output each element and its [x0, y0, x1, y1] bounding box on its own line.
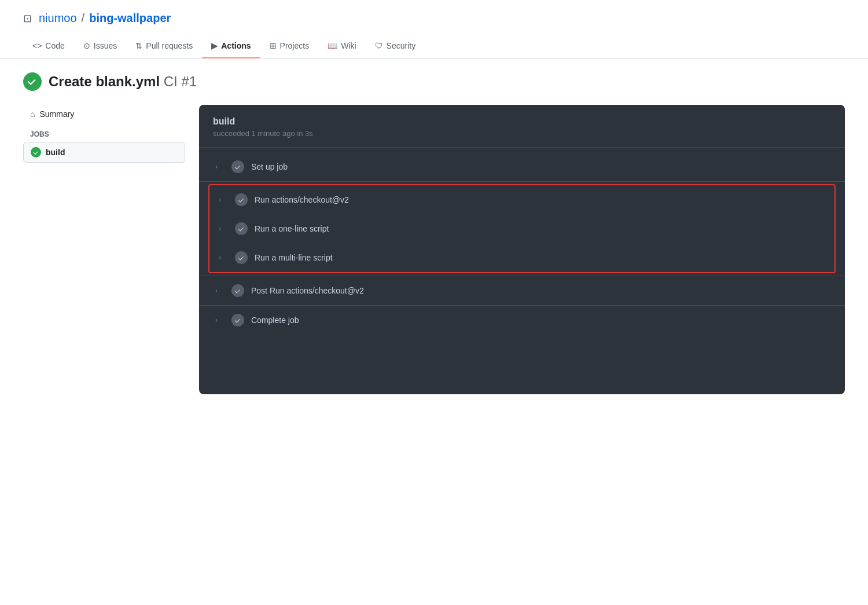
- tab-wiki-label: Wiki: [341, 41, 356, 50]
- repo-owner-link[interactable]: niumoo: [39, 12, 77, 25]
- step-post-checkout-label: Post Run actions/checkout@v2: [251, 286, 364, 295]
- sidebar-job-build-label: build: [46, 148, 65, 157]
- repo-header: ⊡ niumoo / bing-wallpaper: [0, 0, 868, 25]
- build-panel: build succeeded 1 minute ago in 3s › Set…: [199, 105, 845, 394]
- sidebar-summary-label: Summary: [39, 109, 74, 119]
- step-check-icon: [235, 222, 248, 235]
- step-check-icon: [231, 314, 244, 327]
- chevron-right-icon: ›: [215, 163, 225, 171]
- repo-name-link[interactable]: bing-wallpaper: [89, 12, 171, 25]
- actions-icon: ▶: [211, 41, 218, 50]
- nav-tabs: <> Code ⊙ Issues ⇅ Pull requests ▶ Actio…: [0, 34, 868, 58]
- chevron-right-icon: ›: [215, 316, 225, 324]
- wiki-icon: 📖: [328, 41, 337, 50]
- projects-icon: ⊞: [270, 41, 277, 50]
- tab-code[interactable]: <> Code: [23, 34, 74, 58]
- divider: [199, 181, 845, 182]
- tab-security[interactable]: 🛡 Security: [366, 34, 425, 58]
- step-complete-label: Complete job: [251, 316, 299, 325]
- chevron-right-icon: ›: [219, 196, 228, 204]
- tab-wiki[interactable]: 📖 Wiki: [318, 34, 365, 58]
- step-checkout-label: Run actions/checkout@v2: [255, 195, 349, 204]
- build-title: build: [213, 116, 831, 127]
- step-one-line-label: Run a one-line script: [255, 224, 329, 233]
- issues-icon: ⊙: [83, 41, 90, 50]
- step-one-line-script[interactable]: › Run a one-line script: [209, 214, 834, 243]
- tab-security-label: Security: [387, 41, 416, 50]
- step-check-icon: [231, 160, 244, 173]
- highlighted-steps-group: › Run actions/checkout@v2 › Run a one-li…: [208, 184, 836, 273]
- workflow-name: Create blank.yml: [49, 74, 160, 89]
- security-icon: 🛡: [375, 41, 383, 50]
- page-title-row: Create blank.yml CI #1: [23, 72, 845, 91]
- chevron-right-icon: ›: [219, 254, 228, 262]
- step-check-icon: [231, 284, 244, 297]
- tab-pull-requests[interactable]: ⇅ Pull requests: [126, 34, 202, 58]
- sidebar: ⌂ Summary Jobs build: [23, 105, 185, 163]
- step-check-icon: [235, 251, 248, 264]
- code-icon: <>: [32, 41, 42, 50]
- chevron-right-icon: ›: [215, 287, 225, 295]
- step-setup-label: Set up job: [251, 162, 288, 171]
- main-layout: ⌂ Summary Jobs build build succeeded 1 m…: [23, 105, 845, 394]
- tab-actions-label: Actions: [221, 41, 251, 50]
- step-multi-line-label: Run a multi-line script: [255, 253, 333, 262]
- job-steps: › Set up job › Run actions/checkout@v2: [199, 148, 845, 339]
- step-checkout[interactable]: › Run actions/checkout@v2: [209, 185, 834, 214]
- sidebar-job-build[interactable]: build: [23, 142, 185, 163]
- run-success-icon: [23, 72, 42, 91]
- step-setup-job[interactable]: › Set up job: [199, 152, 845, 181]
- tab-code-label: Code: [45, 41, 64, 50]
- step-check-icon: [235, 193, 248, 206]
- tab-issues-label: Issues: [94, 41, 117, 50]
- sidebar-jobs-label: Jobs: [23, 123, 185, 142]
- tab-projects[interactable]: ⊞ Projects: [260, 34, 319, 58]
- chevron-right-icon: ›: [219, 225, 228, 233]
- home-icon: ⌂: [30, 109, 35, 119]
- tab-pull-requests-label: Pull requests: [146, 41, 193, 50]
- build-subtitle: succeeded 1 minute ago in 3s: [213, 129, 831, 138]
- step-multi-line-script[interactable]: › Run a multi-line script: [209, 243, 834, 272]
- repo-icon: ⊡: [23, 12, 32, 25]
- page-content: Create blank.yml CI #1 ⌂ Summary Jobs bu…: [0, 58, 868, 408]
- ci-label: CI #1: [164, 74, 197, 89]
- repo-separator: /: [82, 12, 85, 25]
- tab-issues[interactable]: ⊙ Issues: [74, 34, 126, 58]
- page-title: Create blank.yml CI #1: [49, 74, 197, 90]
- pull-requests-icon: ⇅: [135, 41, 142, 50]
- build-panel-header: build succeeded 1 minute ago in 3s: [199, 105, 845, 148]
- tab-actions[interactable]: ▶ Actions: [202, 34, 260, 58]
- job-success-icon: [31, 147, 41, 157]
- step-post-checkout[interactable]: › Post Run actions/checkout@v2: [199, 276, 845, 305]
- tab-projects-label: Projects: [280, 41, 310, 50]
- step-complete-job[interactable]: › Complete job: [199, 306, 845, 335]
- sidebar-summary-link[interactable]: ⌂ Summary: [23, 105, 185, 123]
